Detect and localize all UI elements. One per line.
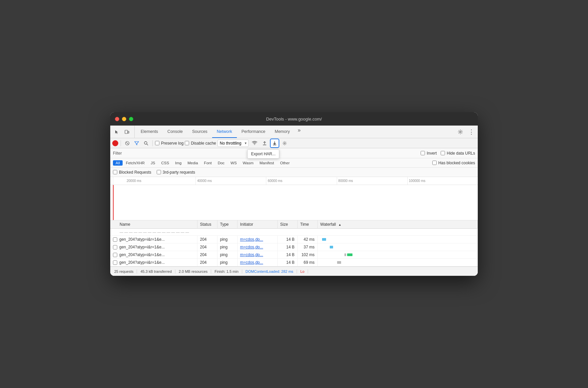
type-btn-all[interactable]: All	[113, 160, 123, 166]
tab-sources[interactable]: Sources	[187, 126, 212, 138]
svg-point-9	[284, 143, 285, 144]
blocked-requests-checkbox[interactable]	[113, 170, 117, 174]
tab-memory[interactable]: Memory	[270, 126, 294, 138]
has-blocked-cookies-option[interactable]: Has blocked cookies	[432, 161, 475, 165]
filter-icon-btn[interactable]	[133, 139, 141, 147]
row-checkbox[interactable]	[113, 237, 117, 242]
type-btn-img[interactable]: Img	[172, 160, 184, 166]
maximize-button[interactable]	[129, 117, 133, 121]
network-conditions-btn[interactable]	[250, 139, 259, 147]
search-icon-btn[interactable]	[142, 139, 150, 147]
col-header-name[interactable]: Name	[110, 220, 197, 229]
preserve-log-label[interactable]: Preserve log	[155, 141, 183, 146]
status-transferred: 45.3 kB transferred	[137, 269, 175, 273]
svg-line-4	[126, 142, 128, 144]
cell-type: ping	[217, 259, 237, 266]
type-btn-media[interactable]: Media	[185, 160, 200, 166]
cell-type: ping	[217, 251, 237, 259]
status-bar: 25 requests 45.3 kB transferred 2.0 MB r…	[110, 266, 478, 276]
export-har-tooltip: Export HAR...	[247, 149, 279, 159]
third-party-option[interactable]: 3rd-party requests	[157, 170, 195, 175]
type-btn-doc[interactable]: Doc	[215, 160, 227, 166]
third-party-checkbox[interactable]	[157, 170, 161, 174]
cell-initiator[interactable]: m=cdos,dp...	[237, 259, 277, 266]
cell-waterfall	[317, 236, 478, 243]
type-btn-manifest[interactable]: Manifest	[257, 160, 277, 166]
timeline-red-line	[113, 185, 114, 220]
cell-initiator[interactable]: m=cdos,dp...	[237, 236, 277, 243]
cell-status: 204	[197, 236, 217, 243]
network-settings-btn[interactable]	[281, 139, 289, 147]
cell-initiator[interactable]: m=cdos,dp...	[237, 243, 277, 251]
cell-status: 204	[197, 259, 217, 266]
type-filters-right: Has blocked cookies	[432, 161, 475, 165]
col-header-initiator[interactable]: Initiator	[237, 220, 277, 229]
tab-performance[interactable]: Performance	[237, 126, 270, 138]
row-checkbox[interactable]	[113, 245, 117, 249]
invert-option[interactable]: Invert	[421, 151, 437, 156]
upload-icon-btn[interactable]	[261, 139, 269, 147]
ruler-mark-4: 80000 ms	[337, 177, 407, 185]
traffic-lights	[115, 117, 133, 121]
type-btn-js[interactable]: JS	[148, 160, 158, 166]
tabs-right-controls: ⋮	[456, 126, 476, 138]
type-btn-font[interactable]: Font	[201, 160, 214, 166]
table-row[interactable]: gen_204?atyp=i&r=1&e... 204 ping m=cdos,…	[110, 251, 478, 259]
hide-data-urls-option[interactable]: Hide data URLs	[441, 151, 475, 156]
disable-cache-label[interactable]: Disable cache	[185, 141, 216, 146]
type-btn-css[interactable]: CSS	[158, 160, 172, 166]
minimize-button[interactable]	[122, 117, 126, 121]
device-icon-btn[interactable]	[122, 127, 132, 137]
cell-waterfall	[317, 259, 478, 266]
has-blocked-cookies-checkbox[interactable]	[432, 161, 437, 165]
close-button[interactable]	[115, 117, 119, 121]
blocked-requests-option[interactable]: Blocked Requests	[113, 170, 151, 175]
status-dom-content-loaded[interactable]: DOMContentLoaded: 282 ms	[242, 269, 297, 273]
cell-initiator[interactable]: m=cdos,dp...	[237, 251, 277, 259]
ruler-mark-5: 100000 ms	[407, 177, 478, 185]
row-checkbox[interactable]	[113, 260, 117, 265]
tab-elements[interactable]: Elements	[136, 126, 163, 138]
svg-point-5	[144, 142, 147, 144]
cell-size: 14 B	[277, 236, 297, 243]
preserve-log-checkbox[interactable]	[155, 141, 159, 145]
waterfall-bar	[347, 253, 352, 256]
hide-data-urls-checkbox[interactable]	[441, 151, 445, 155]
type-btn-fetch[interactable]: Fetch/XHR	[123, 160, 147, 166]
cursor-icon-btn[interactable]	[112, 127, 122, 137]
table-row[interactable]: gen_204?atyp=i&r=1&e... 204 ping m=cdos,…	[110, 236, 478, 243]
dots-menu-btn[interactable]: ⋮	[466, 127, 476, 137]
disable-cache-checkbox[interactable]	[185, 141, 189, 145]
requests-table: Name Status Type Initiator Size Time Wat…	[110, 220, 478, 266]
type-btn-ws[interactable]: WS	[228, 160, 240, 166]
window-title: DevTools - www.google.com/	[266, 117, 322, 122]
settings-icon-btn[interactable]	[456, 127, 465, 137]
col-header-size[interactable]: Size	[277, 220, 297, 229]
table-row[interactable]: gen_204?atyp=i&r=1&e... 204 ping m=cdos,…	[110, 259, 478, 266]
tab-icon-group	[112, 126, 135, 138]
type-btn-other[interactable]: Other	[277, 160, 292, 166]
col-header-type[interactable]: Type	[217, 220, 237, 229]
record-button[interactable]	[112, 140, 118, 146]
status-load[interactable]: Lo	[297, 269, 308, 273]
export-har-btn[interactable]	[270, 139, 279, 148]
col-header-waterfall[interactable]: Waterfall ▲	[317, 220, 478, 229]
filter-options: Invert Hide data URLs	[421, 151, 475, 156]
col-header-status[interactable]: Status	[197, 220, 217, 229]
row-checkbox[interactable]	[113, 253, 117, 257]
more-tabs-btn[interactable]: »	[294, 126, 304, 135]
col-header-time[interactable]: Time	[297, 220, 317, 229]
invert-checkbox[interactable]	[421, 151, 425, 155]
clear-icon-btn[interactable]	[123, 139, 131, 147]
table-row[interactable]: gen_204?atyp=i&r=1&e... 204 ping m=cdos,…	[110, 243, 478, 251]
type-btn-wasm[interactable]: Wasm	[240, 160, 256, 166]
svg-rect-0	[125, 130, 128, 134]
tab-network[interactable]: Network	[212, 126, 237, 138]
cell-size: 14 B	[277, 243, 297, 251]
tab-console[interactable]: Console	[163, 126, 187, 138]
truncated-row[interactable]: — — — — — — — — — — — — — — —	[110, 229, 478, 236]
throttle-select[interactable]: No throttling Fast 3G Slow 3G Offline	[217, 140, 249, 147]
titlebar: DevTools - www.google.com/	[110, 112, 478, 126]
waterfall-bar-container	[320, 237, 387, 242]
filter-row: Filter Invert Hide data URLs	[110, 148, 478, 158]
